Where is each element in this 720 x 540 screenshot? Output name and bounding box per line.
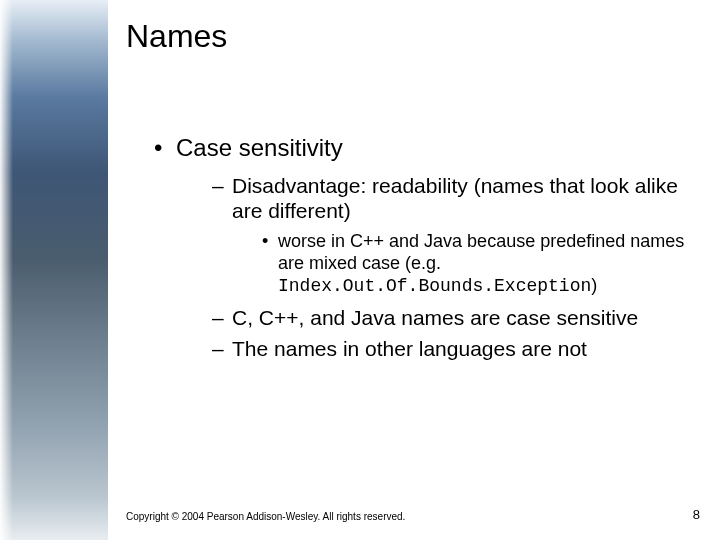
bullet-list-level2: Disadvantage: readability (names that lo… [176,173,692,362]
content-area: Names Case sensitivity Disadvantage: rea… [108,0,720,540]
list-item: Case sensitivity Disadvantage: readabili… [154,133,692,362]
bullet-text: The names in other languages are not [232,337,587,360]
slide: Names Case sensitivity Disadvantage: rea… [0,0,720,540]
copyright-footer: Copyright © 2004 Pearson Addison-Wesley.… [126,511,405,522]
sidebar-image [0,0,108,540]
code-text: Index.Out.Of.Bounds.Exception [278,276,591,296]
bullet-list-level3: worse in C++ and Java because predefined… [232,231,692,297]
page-number: 8 [693,507,700,522]
bullet-text: C, C++, and Java names are case sensitiv… [232,306,638,329]
bullet-list-level1: Case sensitivity Disadvantage: readabili… [126,133,692,362]
list-item: The names in other languages are not [212,336,692,361]
list-item: worse in C++ and Java because predefined… [262,231,692,297]
bullet-text: ) [591,275,597,295]
bullet-text: worse in C++ and Java because predefined… [278,231,684,273]
bullet-text: Case sensitivity [176,134,343,161]
bullet-text: Disadvantage: readability (names that lo… [232,174,678,222]
slide-title: Names [126,18,692,55]
list-item: C, C++, and Java names are case sensitiv… [212,305,692,330]
list-item: Disadvantage: readability (names that lo… [212,173,692,297]
